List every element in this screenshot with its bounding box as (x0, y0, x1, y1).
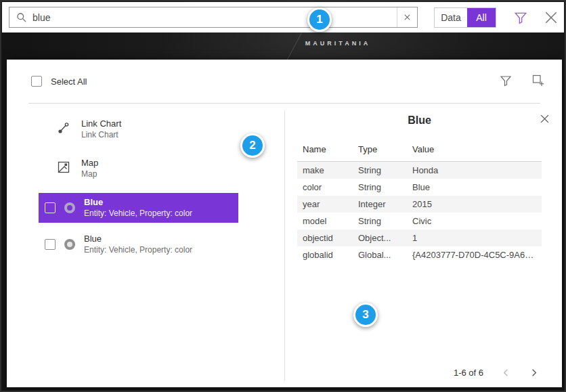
result-checkbox[interactable] (45, 202, 56, 213)
results-filter-icon[interactable] (500, 74, 512, 87)
cell-name: objectid (297, 230, 353, 246)
table-row: objectid Object... 1 (297, 230, 542, 246)
close-details-icon[interactable] (540, 114, 550, 124)
callout-badge-2: 2 (240, 133, 265, 158)
scope-all-button[interactable]: All (467, 8, 496, 27)
table-row: make String Honda (297, 162, 542, 179)
cell-name: model (297, 213, 353, 230)
clear-search-icon[interactable] (397, 7, 417, 27)
results-list: Link Chart Link Chart Map Map (7, 104, 284, 259)
cell-value: {A4203777-D70D-4C5C-9A65-C... (407, 246, 542, 263)
column-header: Type (353, 139, 407, 161)
results-content: Link Chart Link Chart Map Map (7, 104, 562, 387)
cell-type: Integer (353, 196, 407, 213)
search-bar: Data All (2, 2, 564, 32)
cell-type: Global... (353, 246, 407, 263)
search-input[interactable] (32, 7, 397, 27)
entity-icon (64, 239, 75, 250)
result-item-entity[interactable]: Blue Entity: Vehicle, Property: color (39, 230, 238, 259)
table-row: year Integer 2015 (297, 196, 542, 213)
cell-type: String (353, 179, 407, 196)
cell-value: Civic (407, 213, 542, 230)
cell-value: 1 (407, 230, 542, 246)
entity-icon (64, 202, 75, 213)
table-header: Name Type Value (297, 139, 542, 162)
cell-name: color (297, 179, 353, 196)
column-header: Name (297, 139, 353, 161)
prev-page-icon[interactable] (501, 368, 511, 378)
close-search-icon[interactable] (544, 10, 559, 25)
filter-icon[interactable] (514, 11, 527, 24)
result-item-map[interactable]: Map Map (7, 152, 284, 185)
pagination: 1-6 of 6 (454, 368, 539, 378)
cell-type: String (353, 213, 407, 230)
table-row: model String Civic (297, 213, 542, 230)
select-all-checkbox[interactable] (31, 76, 42, 87)
attributes-table: Name Type Value make String Honda color … (297, 139, 542, 263)
column-header: Value (407, 139, 542, 161)
result-title: Map (81, 158, 98, 169)
table-row: color String Blue (297, 179, 542, 196)
result-subtitle: Map (81, 169, 98, 179)
select-all-label: Select All (51, 77, 87, 87)
table-row: globalid Global... {A4203777-D70D-4C5C-9… (297, 246, 542, 263)
search-scope-toggle: Data All (434, 7, 496, 28)
callout-badge-3: 3 (353, 303, 378, 327)
search-results-panel: Select All (7, 60, 562, 387)
cell-type: Object... (353, 230, 407, 246)
search-icon (16, 12, 27, 23)
link-chart-icon (57, 121, 70, 137)
details-title: Blue (285, 114, 562, 127)
result-subtitle: Link Chart (81, 129, 121, 140)
next-page-icon[interactable] (529, 368, 539, 378)
result-subtitle: Entity: Vehicle, Property: color (84, 208, 192, 219)
search-box[interactable] (9, 7, 418, 28)
add-to-list-icon[interactable] (532, 74, 544, 87)
result-title: Blue (84, 234, 192, 244)
select-all[interactable]: Select All (31, 76, 87, 87)
callout-badge-1: 1 (307, 7, 332, 32)
result-item-entity-selected[interactable]: Blue Entity: Vehicle, Property: color (39, 193, 238, 223)
map-icon (57, 160, 70, 177)
results-toolbar (500, 74, 544, 87)
result-checkbox[interactable] (45, 239, 56, 250)
result-title: Blue (84, 197, 192, 208)
app-window: MAURITANIA Data All (0, 0, 566, 392)
cell-value: Honda (407, 162, 542, 179)
cell-name: make (297, 162, 353, 179)
cell-name: globalid (297, 246, 353, 263)
cell-name: year (297, 196, 353, 213)
result-title: Link Chart (81, 118, 121, 129)
cell-type: String (353, 162, 407, 179)
cell-value: 2015 (407, 196, 542, 213)
details-panel: Blue Name Type Value make String (285, 104, 562, 387)
cell-value: Blue (407, 179, 542, 196)
pagination-label: 1-6 of 6 (454, 368, 483, 378)
scope-data-button[interactable]: Data (435, 8, 467, 27)
map-country-label: MAURITANIA (284, 40, 392, 47)
result-subtitle: Entity: Vehicle, Property: color (84, 244, 192, 255)
